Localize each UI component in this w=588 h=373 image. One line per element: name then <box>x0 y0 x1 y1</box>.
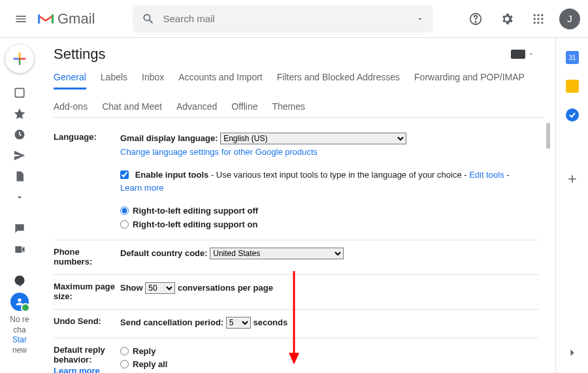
gear-icon <box>500 12 514 26</box>
tab-add-ons[interactable]: Add-ons <box>54 101 88 117</box>
svg-point-19 <box>18 299 21 302</box>
svg-rect-16 <box>15 88 24 97</box>
plus-icon <box>10 50 29 68</box>
start-link[interactable]: Star <box>10 335 29 346</box>
svg-point-3 <box>475 21 476 22</box>
more-nav[interactable] <box>7 187 33 208</box>
dropdown-icon <box>528 51 534 57</box>
keep-addon[interactable] <box>566 80 579 93</box>
undo-period-select[interactable]: 5 <box>226 317 251 329</box>
page-size-select[interactable]: 50 <box>145 282 175 294</box>
apps-button[interactable] <box>525 6 551 32</box>
help-button[interactable] <box>463 6 489 32</box>
compose-button[interactable] <box>5 44 34 73</box>
tab-labels[interactable]: Labels <box>101 72 127 89</box>
svg-point-8 <box>537 18 539 20</box>
video-icon <box>13 243 26 256</box>
tab-forwarding-and-pop-imap[interactable]: Forwarding and POP/IMAP <box>414 72 525 89</box>
svg-rect-13 <box>19 53 20 58</box>
language-row: Language: Gmail display language: Englis… <box>54 125 538 240</box>
plus-icon <box>566 172 579 186</box>
apps-grid-icon <box>532 12 545 25</box>
account-avatar[interactable]: J <box>559 8 580 29</box>
scrollbar-thumb[interactable] <box>546 123 550 149</box>
tab-accounts-and-import[interactable]: Accounts and Import <box>178 72 262 89</box>
hangouts-icon <box>13 274 26 287</box>
sent-nav[interactable] <box>7 145 33 166</box>
tab-filters-and-blocked-addresses[interactable]: Filters and Blocked Addresses <box>277 72 400 89</box>
settings-body: Language: Gmail display language: Englis… <box>54 125 554 373</box>
undo-send-row: Undo Send: Send cancellation period: 5 s… <box>54 310 538 338</box>
phone-row: Phone numbers: Default country code: Uni… <box>54 240 538 275</box>
svg-point-9 <box>541 18 543 20</box>
learn-more-link[interactable]: Learn more <box>54 366 116 373</box>
search-options-icon[interactable] <box>416 15 424 23</box>
rtl-off-label: Right-to-left editing support off <box>133 206 258 216</box>
default-reply-row: Default reply behavior: Learn more Reply… <box>54 338 538 373</box>
snoozed-nav[interactable] <box>7 124 33 145</box>
rtl-on-radio[interactable] <box>120 220 129 229</box>
side-panel-toggle[interactable] <box>566 346 579 361</box>
right-side-panel: 31 <box>555 38 588 373</box>
chat-bubble-icon <box>13 222 26 235</box>
enable-input-desc: - Use various text input tools to type i… <box>208 170 469 180</box>
input-indicator[interactable] <box>511 50 534 59</box>
tab-advanced[interactable]: Advanced <box>176 101 217 117</box>
chat-nav[interactable] <box>7 218 33 239</box>
svg-point-6 <box>541 14 543 16</box>
person-icon <box>10 293 29 311</box>
app-header: Gmail J <box>0 0 588 38</box>
svg-point-5 <box>537 14 539 16</box>
row-label: Default reply behavior: Learn more <box>54 345 120 373</box>
help-icon <box>468 12 483 26</box>
calendar-icon: 31 <box>566 51 579 64</box>
svg-point-11 <box>537 22 539 24</box>
svg-text:31: 31 <box>568 54 576 61</box>
search-input[interactable] <box>163 13 416 24</box>
gmail-icon <box>37 12 55 26</box>
tab-offline[interactable]: Offline <box>231 101 257 117</box>
hangouts-nav[interactable] <box>7 270 33 291</box>
gmail-logo[interactable]: Gmail <box>37 10 95 27</box>
row-label: Language: <box>54 132 120 232</box>
starred-nav[interactable] <box>7 103 33 124</box>
get-addons[interactable] <box>566 172 579 186</box>
main-menu-button[interactable] <box>8 6 34 32</box>
tab-themes[interactable]: Themes <box>272 101 306 117</box>
inbox-icon <box>13 86 26 99</box>
keep-icon <box>566 80 579 93</box>
change-language-link[interactable]: Change language settings for other Googl… <box>120 147 318 157</box>
svg-point-18 <box>15 276 25 285</box>
tasks-icon <box>566 108 579 122</box>
display-language-label: Gmail display language: <box>120 133 218 143</box>
chevron-right-icon <box>566 346 579 359</box>
gmail-logo-text: Gmail <box>57 10 95 27</box>
tab-general[interactable]: General <box>54 72 86 89</box>
learn-more-link[interactable]: Learn more <box>120 183 163 193</box>
svg-rect-14 <box>14 58 19 59</box>
settings-button[interactable] <box>494 6 520 32</box>
hamburger-icon <box>14 12 27 25</box>
document-icon <box>14 170 25 183</box>
country-code-select[interactable]: United States <box>210 248 344 259</box>
contact-avatar-nav[interactable] <box>7 291 33 312</box>
reply-radio[interactable] <box>120 347 129 355</box>
svg-point-23 <box>566 108 579 122</box>
tasks-addon[interactable] <box>566 108 579 122</box>
settings-main: Settings GeneralLabelsInboxAccounts and … <box>51 38 554 373</box>
hangouts-text: No re cha Star new <box>10 315 29 355</box>
tab-chat-and-meet[interactable]: Chat and Meet <box>102 101 162 117</box>
tab-inbox[interactable]: Inbox <box>142 72 164 89</box>
edit-tools-link[interactable]: Edit tools <box>469 170 504 180</box>
search-bar[interactable] <box>133 5 433 33</box>
drafts-nav[interactable] <box>7 166 33 187</box>
search-icon <box>142 12 155 25</box>
display-language-select[interactable]: English (US) <box>220 133 406 144</box>
rtl-on-label: Right-to-left editing support on <box>133 219 257 229</box>
meet-nav[interactable] <box>7 239 33 260</box>
rtl-off-radio[interactable] <box>120 206 129 215</box>
enable-input-tools-checkbox[interactable] <box>120 170 129 179</box>
inbox-nav[interactable] <box>7 82 33 103</box>
reply-all-radio[interactable] <box>120 360 129 368</box>
calendar-addon[interactable]: 31 <box>566 51 579 64</box>
